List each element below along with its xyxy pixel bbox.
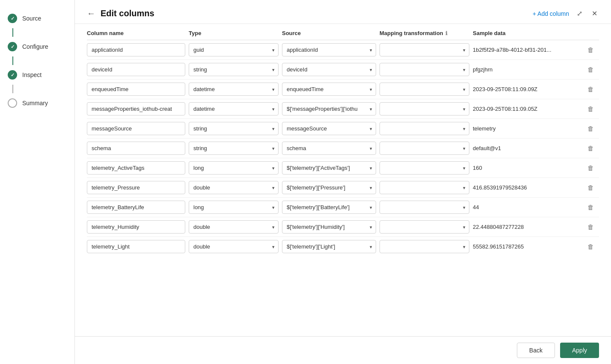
source-select[interactable]: messageSource	[282, 122, 376, 135]
type-select[interactable]: guidstringdatetimelongdoubleintbooleanfl…	[189, 240, 279, 253]
close-icon: ✕	[592, 10, 597, 17]
sidebar-item-configure[interactable]: Configure	[0, 37, 74, 56]
header-right: + Add column ⤢ ✕	[533, 8, 599, 19]
mapping-select[interactable]	[380, 63, 469, 76]
source-select[interactable]: $['telemetry']['Humidity']	[282, 220, 376, 234]
delete-row-button[interactable]: 🗑	[582, 222, 599, 232]
column-headers: Column name Type Source Mapping transfor…	[87, 24, 599, 40]
page-title: Edit columns	[101, 9, 154, 18]
back-button[interactable]: Back	[517, 343, 555, 358]
delete-row-button[interactable]: 🗑	[582, 84, 599, 95]
delete-row-button[interactable]: 🗑	[582, 104, 599, 114]
trash-icon: 🗑	[587, 46, 594, 53]
sidebar-label-configure: Configure	[22, 43, 48, 50]
add-column-button[interactable]: + Add column	[533, 10, 569, 17]
type-select[interactable]: guidstringdatetimelongdoubleintbooleanfl…	[189, 102, 279, 115]
table-row: guidstringdatetimelongdoubleintbooleanfl…	[87, 119, 599, 139]
source-select-wrapper: $['telemetry']['BatteryLife']▾	[282, 201, 376, 214]
trash-icon: 🗑	[587, 243, 594, 250]
table-row: guidstringdatetimelongdoubleintbooleanfl…	[87, 198, 599, 217]
mapping-select-wrapper: ▾	[380, 220, 469, 234]
sample-data-value: 416.85391979528436	[473, 184, 578, 191]
mapping-select[interactable]	[380, 161, 469, 175]
type-select[interactable]: guidstringdatetimelongdoubleintbooleanfl…	[189, 181, 279, 194]
column-name-input[interactable]	[87, 122, 185, 135]
mapping-select-wrapper: ▾	[380, 201, 469, 214]
type-select[interactable]: guidstringdatetimelongdoubleintbooleanfl…	[189, 43, 279, 56]
mapping-select[interactable]	[380, 181, 469, 194]
header-type: Type	[189, 30, 279, 36]
type-select[interactable]: guidstringdatetimelongdoubleintbooleanfl…	[189, 142, 279, 155]
mapping-select[interactable]	[380, 102, 469, 115]
mapping-select[interactable]	[380, 43, 469, 56]
sidebar-item-summary[interactable]: Summary	[0, 93, 74, 113]
delete-row-button[interactable]: 🗑	[582, 64, 599, 75]
delete-row-button[interactable]: 🗑	[582, 241, 599, 252]
source-select[interactable]: deviceId	[282, 63, 376, 76]
mapping-select[interactable]	[380, 83, 469, 96]
mapping-select[interactable]	[380, 122, 469, 135]
source-select-wrapper: enqueuedTime▾	[282, 83, 376, 96]
trash-icon: 🗑	[587, 145, 594, 152]
type-select-wrapper: guidstringdatetimelongdoubleintbooleanfl…	[189, 161, 279, 175]
header-source: Source	[282, 30, 376, 36]
mapping-select[interactable]	[380, 240, 469, 253]
expand-button[interactable]: ⤢	[575, 8, 584, 19]
source-select[interactable]: $['telemetry']['Pressure']	[282, 181, 376, 194]
source-select[interactable]: schema	[282, 142, 376, 155]
trash-icon: 🗑	[587, 125, 594, 132]
mapping-select[interactable]	[380, 142, 469, 155]
step-circle-inspect	[8, 70, 17, 80]
column-name-input[interactable]	[87, 142, 185, 155]
column-name-input[interactable]	[87, 181, 185, 194]
back-nav-button[interactable]: ←	[87, 9, 95, 18]
mapping-select[interactable]	[380, 201, 469, 214]
column-name-input[interactable]	[87, 220, 185, 234]
delete-row-button[interactable]: 🗑	[582, 163, 599, 173]
source-select[interactable]: $['messageProperties']['iothu	[282, 102, 376, 115]
column-name-input[interactable]	[87, 201, 185, 214]
sidebar-item-source[interactable]: Source	[0, 9, 74, 28]
type-select[interactable]: guidstringdatetimelongdoubleintbooleanfl…	[189, 220, 279, 234]
type-select-wrapper: guidstringdatetimelongdoubleintbooleanfl…	[189, 142, 279, 155]
source-select[interactable]: $['telemetry']['BatteryLife']	[282, 201, 376, 214]
source-select[interactable]: $['telemetry']['Light']	[282, 240, 376, 253]
source-select-wrapper: $['telemetry']['Humidity']▾	[282, 220, 376, 234]
type-select[interactable]: guidstringdatetimelongdoubleintbooleanfl…	[189, 122, 279, 135]
source-select[interactable]: applicationId	[282, 43, 376, 56]
mapping-select-wrapper: ▾	[380, 63, 469, 76]
close-button[interactable]: ✕	[590, 8, 599, 19]
type-select[interactable]: guidstringdatetimelongdoubleintbooleanfl…	[189, 63, 279, 76]
source-select-wrapper: $['messageProperties']['iothu▾	[282, 102, 376, 115]
sample-data-value: 55582.96151787265	[473, 243, 578, 250]
type-select[interactable]: guidstringdatetimelongdoubleintbooleanfl…	[189, 201, 279, 214]
type-select-wrapper: guidstringdatetimelongdoubleintbooleanfl…	[189, 240, 279, 253]
table-row: guidstringdatetimelongdoubleintbooleanfl…	[87, 99, 599, 119]
delete-row-button[interactable]: 🗑	[582, 202, 599, 213]
column-name-input[interactable]	[87, 102, 185, 115]
mapping-select-wrapper: ▾	[380, 102, 469, 115]
column-name-input[interactable]	[87, 240, 185, 253]
header-mapping: Mapping transformation ℹ	[380, 30, 469, 36]
delete-row-button[interactable]: 🗑	[582, 143, 599, 154]
column-name-input[interactable]	[87, 83, 185, 96]
mapping-select[interactable]	[380, 220, 469, 234]
sidebar-label-summary: Summary	[22, 100, 48, 107]
delete-row-button[interactable]: 🗑	[582, 44, 599, 55]
delete-row-button[interactable]: 🗑	[582, 182, 599, 193]
type-select-wrapper: guidstringdatetimelongdoubleintbooleanfl…	[189, 83, 279, 96]
sidebar-item-inspect[interactable]: Inspect	[0, 65, 74, 85]
mapping-select-wrapper: ▾	[380, 122, 469, 135]
type-select[interactable]: guidstringdatetimelongdoubleintbooleanfl…	[189, 161, 279, 175]
type-select[interactable]: guidstringdatetimelongdoubleintbooleanfl…	[189, 83, 279, 96]
delete-row-button[interactable]: 🗑	[582, 123, 599, 134]
source-select[interactable]: enqueuedTime	[282, 83, 376, 96]
column-name-input[interactable]	[87, 43, 185, 56]
sample-data-value: 22.44880487277228	[473, 224, 578, 230]
sample-data-value: 2023-09-25T08:11:09.09Z	[473, 86, 578, 92]
apply-button[interactable]: Apply	[560, 343, 599, 358]
column-name-input[interactable]	[87, 161, 185, 175]
source-select[interactable]: $['telemetry']['ActiveTags']	[282, 161, 376, 175]
type-select-wrapper: guidstringdatetimelongdoubleintbooleanfl…	[189, 43, 279, 56]
column-name-input[interactable]	[87, 63, 185, 76]
